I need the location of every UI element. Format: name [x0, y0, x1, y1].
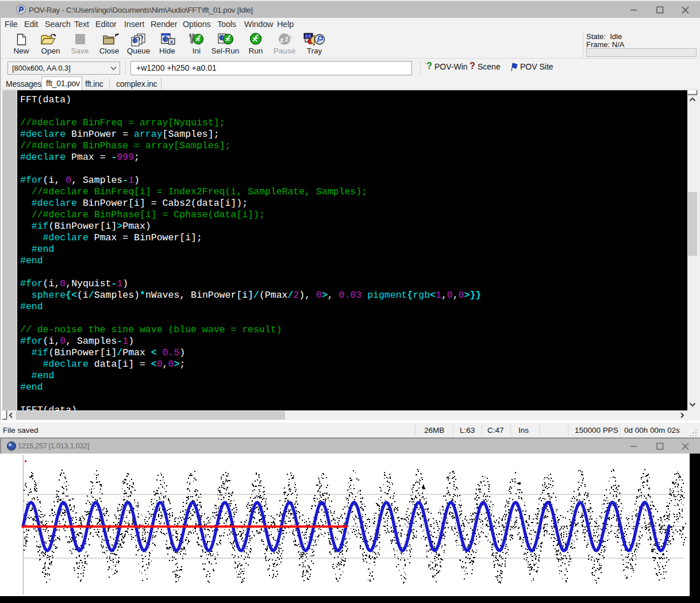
svg-text:z: z [280, 36, 284, 44]
svg-text:2: 2 [285, 36, 289, 43]
svg-text:z: z [290, 34, 292, 40]
